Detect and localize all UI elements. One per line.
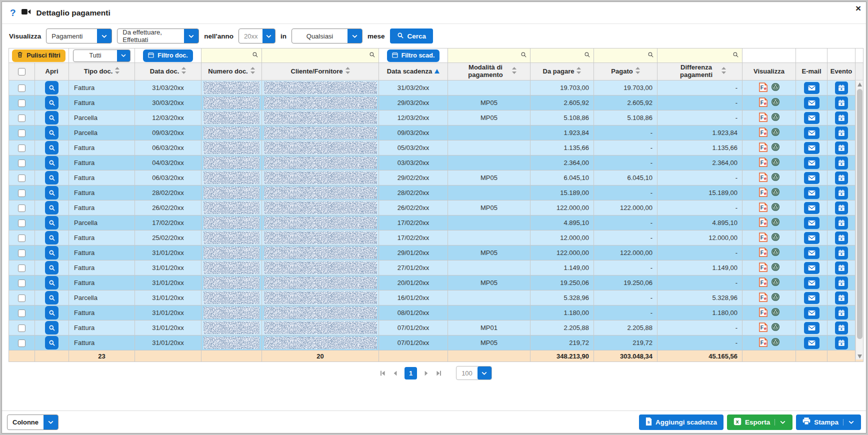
video-camera-icon[interactable] [22,8,31,18]
close-icon[interactable]: × [856,3,861,14]
fattura-elettronica-icon[interactable]: Fe [758,202,768,214]
fattura-elettronica-icon[interactable]: Fe [758,112,768,124]
filter-input-differenza[interactable] [658,48,742,63]
scroll-down-icon[interactable] [856,353,863,360]
current-page-button[interactable]: 1 [404,367,417,380]
open-row-button[interactable] [45,216,58,230]
stato-select[interactable]: Da effettuare, Effettuati [117,28,199,44]
fattura-elettronica-icon[interactable]: Fe [758,248,768,258]
email-button[interactable] [804,292,820,304]
fattura-elettronica-icon[interactable]: Fe [758,278,768,288]
col-header-da-pagare[interactable]: Da pagare [530,63,594,80]
row-checkbox[interactable] [18,204,26,212]
event-button[interactable] [835,172,848,184]
fattura-elettronica-icon[interactable]: Fe [758,262,768,274]
row-checkbox[interactable] [18,100,26,107]
open-row-button[interactable] [45,336,58,350]
open-row-button[interactable] [45,231,58,244]
aggiungi-scadenza-button[interactable]: s Aggiungi scadenza [639,414,724,430]
event-button[interactable] [835,82,848,94]
scrollbar-thumb[interactable] [857,89,862,339]
filter-input-pagato[interactable] [594,48,658,63]
conservazione-seal-icon[interactable] [771,158,780,168]
fattura-elettronica-icon[interactable]: Fe [758,308,768,318]
col-header-tipo-doc[interactable]: Tipo doc. [69,63,135,80]
email-button[interactable] [804,187,820,199]
col-header-modalita[interactable]: Modalità di pagamento [448,63,530,80]
conservazione-seal-icon[interactable] [771,188,780,198]
email-button[interactable] [804,82,820,94]
open-row-button[interactable] [45,291,58,304]
conservazione-seal-icon[interactable] [771,98,780,108]
filter-input-da-pagare[interactable] [530,48,594,63]
email-button[interactable] [804,262,820,274]
event-button[interactable] [835,322,848,334]
help-icon[interactable]: ? [10,8,16,18]
open-row-button[interactable] [45,141,58,154]
last-page-icon[interactable] [436,370,442,376]
open-row-button[interactable] [45,276,58,290]
event-button[interactable] [835,292,848,304]
email-button[interactable] [804,232,820,244]
first-page-icon[interactable] [380,370,386,376]
open-row-button[interactable] [45,171,58,184]
email-button[interactable] [804,142,820,154]
email-button[interactable] [804,247,820,259]
email-button[interactable] [804,112,820,124]
col-header-numero-doc[interactable]: Numero doc. [202,63,262,80]
row-checkbox[interactable] [18,220,26,227]
row-checkbox[interactable] [18,280,26,287]
open-row-button[interactable] [45,186,58,200]
open-row-button[interactable] [45,261,58,274]
conservazione-seal-icon[interactable] [771,128,780,138]
row-checkbox[interactable] [18,114,26,122]
chevron-down-icon[interactable] [843,419,854,426]
open-row-button[interactable] [45,156,58,170]
cerca-button[interactable]: Cerca [390,28,434,44]
filtro-doc-button[interactable]: Filtro doc. [143,50,192,62]
conservazione-seal-icon[interactable] [771,262,780,273]
mese-select[interactable]: Qualsiasi [292,28,362,44]
select-all-checkbox[interactable] [18,68,26,76]
conservazione-seal-icon[interactable] [771,202,780,213]
event-button[interactable] [835,276,848,290]
col-header-differenza[interactable]: Differenza pagamenti [658,63,742,80]
prev-page-icon[interactable] [392,370,398,376]
event-button[interactable] [835,96,848,110]
fattura-elettronica-icon[interactable]: Fe [758,232,768,244]
row-checkbox[interactable] [18,310,26,317]
row-checkbox[interactable] [18,174,26,182]
pulisci-filtri-button[interactable]: Pulisci filtri [12,50,65,62]
email-button[interactable] [804,157,820,169]
open-row-button[interactable] [45,246,58,260]
page-size-select[interactable]: 100 [456,366,492,380]
esporta-button[interactable]: x Esporta [727,414,792,430]
fattura-elettronica-icon[interactable]: Fe [758,142,768,154]
row-checkbox[interactable] [18,144,26,152]
fattura-elettronica-icon[interactable]: Fe [758,172,768,184]
conservazione-seal-icon[interactable] [771,82,780,93]
fattura-elettronica-icon[interactable]: Fe [758,322,768,334]
row-checkbox[interactable] [18,294,26,302]
conservazione-seal-icon[interactable] [771,112,780,123]
fattura-elettronica-icon[interactable]: Fe [758,158,768,168]
row-checkbox[interactable] [18,250,26,257]
email-button[interactable] [804,172,820,184]
open-row-button[interactable] [45,81,58,94]
open-row-button[interactable] [45,201,58,214]
event-button[interactable] [835,262,848,274]
row-checkbox[interactable] [18,324,26,332]
event-button[interactable] [835,126,848,140]
conservazione-seal-icon[interactable] [771,292,780,303]
row-checkbox[interactable] [18,234,26,242]
open-row-button[interactable] [45,96,58,110]
event-button[interactable] [835,202,848,214]
fattura-elettronica-icon[interactable]: Fe [758,82,768,94]
filter-input-numero-doc[interactable] [202,48,262,63]
row-checkbox[interactable] [18,160,26,167]
filter-input-cliente-fornitore[interactable] [262,48,379,63]
tipo-doc-filter-select[interactable]: Tutti [73,50,130,62]
filtro-scad-button[interactable]: Filtro scad. [387,50,440,62]
open-row-button[interactable] [45,111,58,124]
conservazione-seal-icon[interactable] [771,232,780,243]
